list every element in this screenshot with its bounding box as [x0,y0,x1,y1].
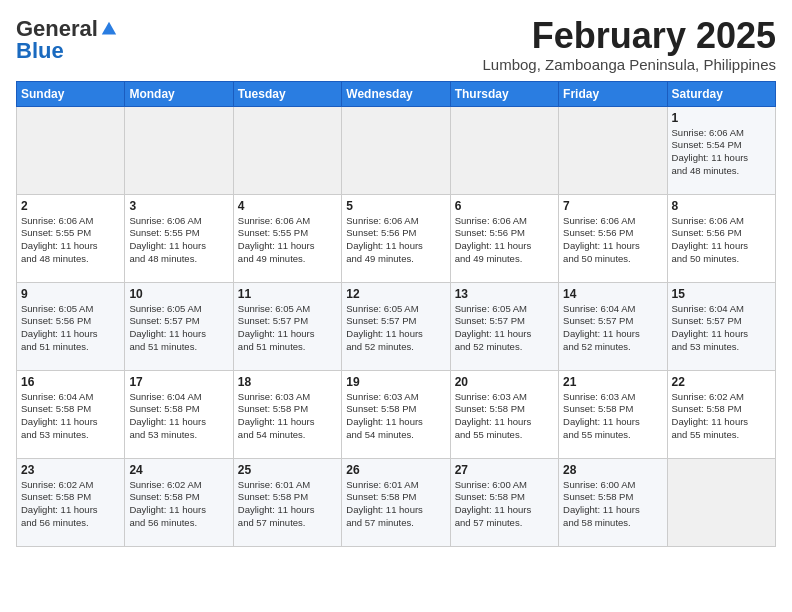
day-info: Sunrise: 6:00 AM Sunset: 5:58 PM Dayligh… [455,479,554,530]
calendar-table: SundayMondayTuesdayWednesdayThursdayFrid… [16,81,776,547]
svg-marker-0 [102,22,116,35]
day-number: 14 [563,287,662,301]
day-number: 12 [346,287,445,301]
weekday-header-thursday: Thursday [450,81,558,106]
calendar-cell: 6Sunrise: 6:06 AM Sunset: 5:56 PM Daylig… [450,194,558,282]
day-number: 2 [21,199,120,213]
day-number: 23 [21,463,120,477]
weekday-header-monday: Monday [125,81,233,106]
calendar-cell: 20Sunrise: 6:03 AM Sunset: 5:58 PM Dayli… [450,370,558,458]
calendar-cell [559,106,667,194]
day-number: 20 [455,375,554,389]
calendar-week-4: 16Sunrise: 6:04 AM Sunset: 5:58 PM Dayli… [17,370,776,458]
day-number: 9 [21,287,120,301]
day-info: Sunrise: 6:06 AM Sunset: 5:56 PM Dayligh… [346,215,445,266]
day-info: Sunrise: 6:06 AM Sunset: 5:55 PM Dayligh… [238,215,337,266]
day-number: 27 [455,463,554,477]
calendar-cell [450,106,558,194]
day-number: 13 [455,287,554,301]
day-info: Sunrise: 6:04 AM Sunset: 5:58 PM Dayligh… [129,391,228,442]
calendar-cell: 2Sunrise: 6:06 AM Sunset: 5:55 PM Daylig… [17,194,125,282]
month-title: February 2025 [482,16,776,56]
day-number: 19 [346,375,445,389]
day-number: 26 [346,463,445,477]
day-info: Sunrise: 6:03 AM Sunset: 5:58 PM Dayligh… [563,391,662,442]
weekday-header-friday: Friday [559,81,667,106]
day-number: 8 [672,199,771,213]
calendar-cell [342,106,450,194]
weekday-header-row: SundayMondayTuesdayWednesdayThursdayFrid… [17,81,776,106]
page-header: General Blue February 2025 Lumbog, Zambo… [16,16,776,73]
calendar-cell: 13Sunrise: 6:05 AM Sunset: 5:57 PM Dayli… [450,282,558,370]
calendar-week-5: 23Sunrise: 6:02 AM Sunset: 5:58 PM Dayli… [17,458,776,546]
calendar-cell: 19Sunrise: 6:03 AM Sunset: 5:58 PM Dayli… [342,370,450,458]
calendar-cell [125,106,233,194]
day-info: Sunrise: 6:01 AM Sunset: 5:58 PM Dayligh… [346,479,445,530]
logo-blue-text: Blue [16,38,64,64]
calendar-week-2: 2Sunrise: 6:06 AM Sunset: 5:55 PM Daylig… [17,194,776,282]
calendar-week-3: 9Sunrise: 6:05 AM Sunset: 5:56 PM Daylig… [17,282,776,370]
calendar-cell: 24Sunrise: 6:02 AM Sunset: 5:58 PM Dayli… [125,458,233,546]
calendar-cell: 5Sunrise: 6:06 AM Sunset: 5:56 PM Daylig… [342,194,450,282]
title-block: February 2025 Lumbog, Zamboanga Peninsul… [482,16,776,73]
day-info: Sunrise: 6:02 AM Sunset: 5:58 PM Dayligh… [672,391,771,442]
weekday-header-sunday: Sunday [17,81,125,106]
calendar-cell: 12Sunrise: 6:05 AM Sunset: 5:57 PM Dayli… [342,282,450,370]
calendar-cell: 4Sunrise: 6:06 AM Sunset: 5:55 PM Daylig… [233,194,341,282]
day-info: Sunrise: 6:01 AM Sunset: 5:58 PM Dayligh… [238,479,337,530]
calendar-cell [17,106,125,194]
calendar-cell: 14Sunrise: 6:04 AM Sunset: 5:57 PM Dayli… [559,282,667,370]
calendar-cell: 22Sunrise: 6:02 AM Sunset: 5:58 PM Dayli… [667,370,775,458]
day-number: 21 [563,375,662,389]
day-info: Sunrise: 6:05 AM Sunset: 5:57 PM Dayligh… [129,303,228,354]
calendar-cell: 10Sunrise: 6:05 AM Sunset: 5:57 PM Dayli… [125,282,233,370]
day-number: 5 [346,199,445,213]
day-info: Sunrise: 6:02 AM Sunset: 5:58 PM Dayligh… [21,479,120,530]
day-info: Sunrise: 6:05 AM Sunset: 5:57 PM Dayligh… [238,303,337,354]
calendar-body: 1Sunrise: 6:06 AM Sunset: 5:54 PM Daylig… [17,106,776,546]
day-number: 3 [129,199,228,213]
day-info: Sunrise: 6:05 AM Sunset: 5:57 PM Dayligh… [346,303,445,354]
calendar-cell: 23Sunrise: 6:02 AM Sunset: 5:58 PM Dayli… [17,458,125,546]
day-info: Sunrise: 6:03 AM Sunset: 5:58 PM Dayligh… [238,391,337,442]
calendar-cell: 27Sunrise: 6:00 AM Sunset: 5:58 PM Dayli… [450,458,558,546]
day-number: 17 [129,375,228,389]
day-info: Sunrise: 6:03 AM Sunset: 5:58 PM Dayligh… [455,391,554,442]
calendar-cell: 16Sunrise: 6:04 AM Sunset: 5:58 PM Dayli… [17,370,125,458]
calendar-cell [667,458,775,546]
day-number: 16 [21,375,120,389]
day-number: 11 [238,287,337,301]
calendar-cell: 3Sunrise: 6:06 AM Sunset: 5:55 PM Daylig… [125,194,233,282]
day-info: Sunrise: 6:05 AM Sunset: 5:57 PM Dayligh… [455,303,554,354]
day-info: Sunrise: 6:02 AM Sunset: 5:58 PM Dayligh… [129,479,228,530]
day-number: 24 [129,463,228,477]
day-info: Sunrise: 6:04 AM Sunset: 5:57 PM Dayligh… [672,303,771,354]
calendar-cell: 17Sunrise: 6:04 AM Sunset: 5:58 PM Dayli… [125,370,233,458]
day-number: 10 [129,287,228,301]
day-info: Sunrise: 6:06 AM Sunset: 5:55 PM Dayligh… [21,215,120,266]
day-number: 4 [238,199,337,213]
calendar-cell: 9Sunrise: 6:05 AM Sunset: 5:56 PM Daylig… [17,282,125,370]
calendar-cell: 15Sunrise: 6:04 AM Sunset: 5:57 PM Dayli… [667,282,775,370]
day-info: Sunrise: 6:05 AM Sunset: 5:56 PM Dayligh… [21,303,120,354]
day-number: 25 [238,463,337,477]
day-info: Sunrise: 6:03 AM Sunset: 5:58 PM Dayligh… [346,391,445,442]
day-number: 22 [672,375,771,389]
calendar-cell [233,106,341,194]
logo-icon [100,20,118,38]
day-info: Sunrise: 6:06 AM Sunset: 5:55 PM Dayligh… [129,215,228,266]
day-number: 1 [672,111,771,125]
calendar-cell: 7Sunrise: 6:06 AM Sunset: 5:56 PM Daylig… [559,194,667,282]
day-number: 15 [672,287,771,301]
day-number: 28 [563,463,662,477]
day-number: 6 [455,199,554,213]
calendar-cell: 28Sunrise: 6:00 AM Sunset: 5:58 PM Dayli… [559,458,667,546]
weekday-header-wednesday: Wednesday [342,81,450,106]
day-info: Sunrise: 6:06 AM Sunset: 5:54 PM Dayligh… [672,127,771,178]
logo: General Blue [16,16,118,64]
calendar-week-1: 1Sunrise: 6:06 AM Sunset: 5:54 PM Daylig… [17,106,776,194]
weekday-header-tuesday: Tuesday [233,81,341,106]
calendar-cell: 26Sunrise: 6:01 AM Sunset: 5:58 PM Dayli… [342,458,450,546]
calendar-cell: 25Sunrise: 6:01 AM Sunset: 5:58 PM Dayli… [233,458,341,546]
location-text: Lumbog, Zamboanga Peninsula, Philippines [482,56,776,73]
